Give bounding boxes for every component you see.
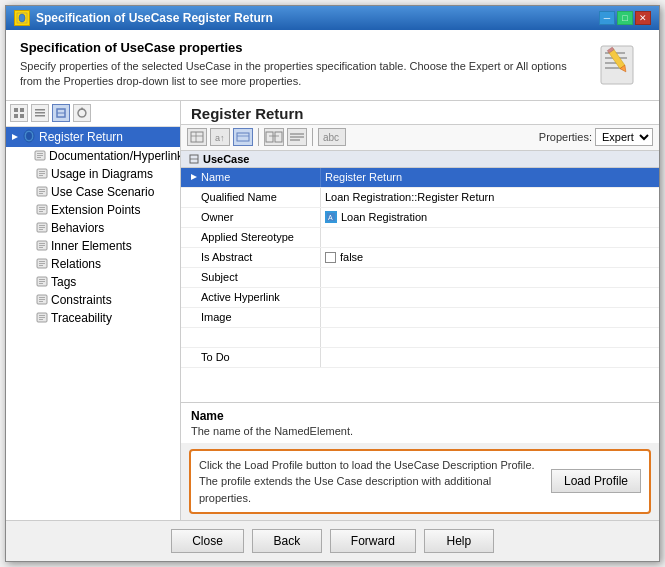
prop-row-7[interactable]: Image xyxy=(181,308,659,328)
left-toolbar-btn-2[interactable] xyxy=(31,104,49,122)
load-profile-text: Click the Load Profile button to load th… xyxy=(199,457,541,507)
prop-value-2: ALoan Registration xyxy=(321,208,659,227)
item-icon xyxy=(36,311,48,325)
load-profile-line1: Click the Load Profile button to load th… xyxy=(199,459,535,471)
svg-rect-50 xyxy=(39,265,43,266)
prop-name-5: Subject xyxy=(181,268,321,287)
forward-button[interactable]: Forward xyxy=(330,529,416,553)
left-panel-toolbar xyxy=(6,101,180,127)
close-button[interactable]: Close xyxy=(171,529,244,553)
prop-row-2[interactable]: OwnerALoan Registration xyxy=(181,208,659,228)
load-profile-line2: The profile extends the Use Case descrip… xyxy=(199,475,491,504)
dialog-window: Specification of UseCase Register Return… xyxy=(5,5,660,562)
svg-rect-10 xyxy=(14,108,18,112)
properties-table: UseCase NameRegister ReturnQualified Nam… xyxy=(181,151,659,402)
title-icon xyxy=(14,10,30,26)
tree-item-behaviors[interactable]: Behaviors xyxy=(20,219,180,237)
tree-item-label: Traceability xyxy=(51,311,112,325)
maximize-button[interactable]: □ xyxy=(617,11,633,25)
svg-rect-37 xyxy=(39,209,45,210)
expand-arrow xyxy=(24,313,34,323)
expand-arrow xyxy=(24,187,34,197)
tree-item-use-case-scenario[interactable]: Use Case Scenario xyxy=(20,183,180,201)
back-button[interactable]: Back xyxy=(252,529,322,553)
section-header: UseCase xyxy=(181,151,659,168)
svg-rect-29 xyxy=(39,173,45,174)
minimize-button[interactable]: ─ xyxy=(599,11,615,25)
svg-rect-49 xyxy=(39,263,45,264)
expand-arrow xyxy=(24,259,34,269)
separator-1 xyxy=(258,128,259,146)
prop-row-8[interactable] xyxy=(181,328,659,348)
right-toolbar-btn-1[interactable] xyxy=(187,128,207,146)
tree-container: Register ReturnDocumentation/HyperlinksU… xyxy=(6,127,180,327)
header-description: Specify properties of the selected UseCa… xyxy=(20,59,585,90)
right-toolbar-btn-6[interactable]: abc xyxy=(318,128,346,146)
close-button[interactable]: ✕ xyxy=(635,11,651,25)
svg-rect-25 xyxy=(37,155,43,156)
properties-dropdown[interactable]: Expert All Basic xyxy=(595,128,653,146)
tree-item-constraints[interactable]: Constraints xyxy=(20,291,180,309)
prop-value-8 xyxy=(321,328,659,347)
item-icon xyxy=(36,275,48,289)
item-icon xyxy=(36,257,48,271)
prop-value-5 xyxy=(321,268,659,287)
tree-item-usage-in-diagrams[interactable]: Usage in Diagrams xyxy=(20,165,180,183)
right-toolbar-btn-3[interactable] xyxy=(233,128,253,146)
tree-item-register-return[interactable]: Register Return xyxy=(6,127,180,147)
tree-item-traceability[interactable]: Traceability xyxy=(20,309,180,327)
prop-row-1[interactable]: Qualified NameLoan Registration::Registe… xyxy=(181,188,659,208)
prop-value-9 xyxy=(321,348,659,367)
tree-item-inner-elements[interactable]: Inner Elements xyxy=(20,237,180,255)
tree-item-documentation-hyperlinks[interactable]: Documentation/Hyperlinks xyxy=(20,147,180,165)
expand-arrow xyxy=(24,277,34,287)
prop-row-5[interactable]: Subject xyxy=(181,268,659,288)
info-description: The name of the NamedElement. xyxy=(191,425,649,437)
tree-item-tags[interactable]: Tags xyxy=(20,273,180,291)
right-panel: Register Return a↑ xyxy=(181,101,659,520)
prop-row-3[interactable]: Applied Stereotype xyxy=(181,228,659,248)
item-icon xyxy=(36,293,48,307)
item-icon xyxy=(36,203,48,217)
title-text: Specification of UseCase Register Return xyxy=(36,11,273,25)
svg-rect-58 xyxy=(39,301,43,302)
item-icon xyxy=(36,167,48,181)
left-toolbar-btn-3[interactable] xyxy=(52,104,70,122)
load-profile-button[interactable]: Load Profile xyxy=(551,469,641,493)
expand-arrow xyxy=(24,169,34,179)
right-title: Register Return xyxy=(191,105,649,122)
prop-value-7 xyxy=(321,308,659,327)
left-toolbar-btn-1[interactable] xyxy=(10,104,28,122)
svg-rect-45 xyxy=(39,245,45,246)
separator-2 xyxy=(312,128,313,146)
help-button[interactable]: Help xyxy=(424,529,494,553)
prop-row-6[interactable]: Active Hyperlink xyxy=(181,288,659,308)
svg-text:A: A xyxy=(328,214,333,221)
tree-item-label: Extension Points xyxy=(51,203,140,217)
prop-row-4[interactable]: Is Abstractfalse xyxy=(181,248,659,268)
prop-row-9[interactable]: To Do xyxy=(181,348,659,368)
right-toolbar-btn-4[interactable] xyxy=(264,128,284,146)
prop-name-2: Owner xyxy=(181,208,321,227)
svg-rect-63 xyxy=(191,132,203,142)
tree-item-label: Register Return xyxy=(39,130,123,144)
tree-item-label: Usage in Diagrams xyxy=(51,167,153,181)
bottom-buttons: Close Back Forward Help xyxy=(6,520,659,561)
title-controls: ─ □ ✕ xyxy=(599,11,651,25)
svg-rect-16 xyxy=(35,115,45,117)
prop-row-0[interactable]: NameRegister Return xyxy=(181,168,659,188)
svg-rect-26 xyxy=(37,157,41,158)
tree-item-label: Relations xyxy=(51,257,101,271)
svg-rect-61 xyxy=(39,317,45,318)
expand-arrow xyxy=(10,132,20,142)
info-section: Name The name of the NamedElement. xyxy=(181,402,659,443)
checkbox-small xyxy=(325,252,336,263)
tree-item-relations[interactable]: Relations xyxy=(20,255,180,273)
svg-rect-67 xyxy=(237,133,249,141)
right-toolbar-btn-2[interactable]: a↑ xyxy=(210,128,230,146)
tree-item-extension-points[interactable]: Extension Points xyxy=(20,201,180,219)
left-toolbar-btn-4[interactable] xyxy=(73,104,91,122)
svg-rect-33 xyxy=(39,191,45,192)
right-toolbar-btn-5[interactable] xyxy=(287,128,307,146)
svg-point-1 xyxy=(19,14,25,22)
